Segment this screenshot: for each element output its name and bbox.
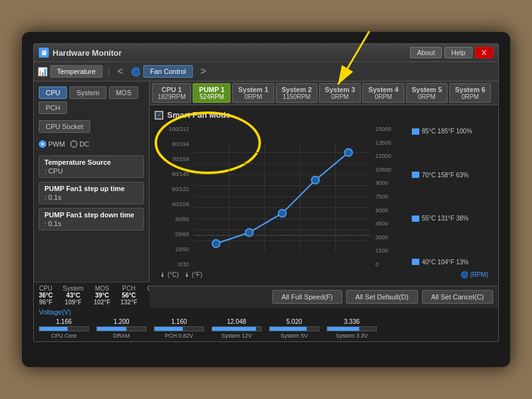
- bottom-buttons: All Full Speed(F) All Set Default(D) All…: [150, 286, 498, 308]
- fan-tab-pump-1[interactable]: PUMP 1524RPM: [193, 83, 230, 103]
- y-label-left: 60/140: [155, 171, 189, 177]
- y-axis-labels: 100/21290/19470/15860/14050/12240/10430/…: [155, 125, 189, 269]
- y-label-left: 10/50: [155, 246, 189, 252]
- voltage-item-system-3.3v: 3.336 System 3.3V: [327, 318, 377, 339]
- dc-label: DC: [79, 140, 90, 148]
- voltage-item-system-5v: 5.020 System 5V: [269, 318, 319, 339]
- tab-temperature[interactable]: Temperature: [50, 65, 103, 78]
- main-content: CPU System MOS PCH CPU Socket PWM DC: [34, 81, 498, 282]
- app-window: 🖥 Hardware Monitor About Help X 📊 Temper…: [33, 43, 499, 342]
- set-cancel-button[interactable]: All Set Cancel(C): [422, 290, 493, 304]
- voltage-item-cpu-core: 1.166 CPU Core: [39, 318, 89, 339]
- nav-right[interactable]: >: [198, 65, 208, 78]
- y-label-right: 6000: [376, 207, 407, 214]
- curve-point-3[interactable]: [279, 209, 286, 217]
- y-label-left: 70/158: [155, 156, 189, 162]
- fan-icon: 🌀: [131, 67, 141, 76]
- toolbar: 📊 Temperature | < 🌀 Fan Control >: [34, 62, 498, 81]
- chart-container: 100/21290/19470/15860/14050/12240/10430/…: [155, 125, 493, 269]
- fan-curve-chart[interactable]: [194, 125, 371, 269]
- pch-btn[interactable]: PCH: [39, 101, 67, 114]
- smart-fan-checkbox[interactable]: ✓: [155, 111, 163, 120]
- smart-fan-header: ✓ Smart Fan Mode: [155, 110, 493, 120]
- curve-point-4[interactable]: [312, 176, 319, 184]
- toolbar-divider: |: [108, 66, 110, 76]
- curve-point-5[interactable]: [345, 148, 352, 156]
- close-button[interactable]: X: [475, 47, 493, 58]
- full-speed-button[interactable]: All Full Speed(F): [272, 290, 342, 304]
- title-bar-buttons: About Help X: [410, 47, 493, 58]
- temp-source-val: : CPU: [44, 167, 138, 175]
- mos-btn[interactable]: MOS: [109, 86, 138, 99]
- y-label-right: 9000: [376, 180, 407, 186]
- y-label-right: 1500: [376, 247, 407, 254]
- set-default-button[interactable]: All Set Default(D): [346, 290, 418, 304]
- y-label-right: 13500: [376, 140, 407, 146]
- pwm-dc-row: PWM DC: [39, 140, 144, 148]
- reading-item-system: System43°C109°F: [63, 285, 83, 306]
- y-label-left: 0/32: [155, 261, 189, 267]
- voltage-label: Voltage(V): [39, 308, 493, 316]
- chart-main: [194, 125, 371, 269]
- pwm-radio[interactable]: PWM: [39, 140, 65, 148]
- temp-source-block: Temperature Source : CPU: [39, 155, 144, 178]
- curve-point-2[interactable]: [245, 229, 253, 236]
- y-label-left: 30/86: [155, 216, 189, 222]
- y-label-left: 40/104: [155, 201, 189, 207]
- y-label-left: 50/122: [155, 186, 189, 192]
- chart-footer: 🌡 (°C) 🌡 (°F) 🌀 (RPM): [155, 269, 493, 281]
- toolbar-section-fan: 🌀 Fan Control: [131, 65, 193, 78]
- reading-item-pch: PCH56°C132°F: [120, 285, 137, 306]
- pump-step-up-label: PUMP Fan1 step up time: [44, 185, 138, 192]
- reading-item-cpu: CPU36°C96°F: [39, 285, 53, 306]
- rpm-icon: 🌀 (RPM): [461, 271, 488, 278]
- dc-radio[interactable]: DC: [70, 140, 90, 148]
- temp-icon: 📊: [38, 67, 48, 76]
- monitor-bezel: 🖥 Hardware Monitor About Help X 📊 Temper…: [22, 32, 510, 367]
- fan-tab-system-2[interactable]: System 21150RPM: [276, 83, 317, 103]
- voltage-item-dram: 1.200 DRAM: [96, 318, 146, 339]
- pump-step-down-val: : 0.1s: [44, 220, 138, 227]
- fan-tab-system-1[interactable]: System 10RPM: [232, 83, 274, 103]
- fan-tab-cpu-1[interactable]: CPU 11829RPM: [152, 83, 191, 103]
- y-label-left: 90/194: [155, 141, 189, 147]
- curve-point-1[interactable]: [212, 240, 220, 247]
- fan-tab-system-3[interactable]: System 30RPM: [319, 83, 361, 103]
- pwm-label: PWM: [48, 140, 65, 148]
- about-button[interactable]: About: [410, 47, 442, 58]
- y-label-right: 4500: [376, 220, 407, 227]
- x-label-celsius: 🌡 (°C) 🌡 (°F): [160, 271, 202, 278]
- title-bar: 🖥 Hardware Monitor About Help X: [34, 44, 498, 62]
- voltage-bars: 1.166 CPU Core 1.200 DRAM 1.160 PCH 0.82…: [39, 318, 493, 339]
- fan-tab-system-4[interactable]: System 40RPM: [362, 83, 404, 103]
- pump-step-up-block: PUMP Fan1 step up time : 0.1s: [39, 182, 144, 204]
- smart-fan-label: Smart Fan Mode: [167, 110, 230, 120]
- voltage-item-system-12v: 12.048 System 12V: [212, 318, 262, 339]
- nav-left[interactable]: <: [115, 65, 125, 78]
- cpu-btn[interactable]: CPU: [39, 86, 67, 99]
- pwm-radio-circle: [39, 140, 46, 148]
- y-label-right: 15000: [376, 126, 407, 132]
- legend-item: 55°C 131°F 38%: [412, 215, 493, 222]
- fan-tab-system-6[interactable]: System 60RPM: [449, 83, 491, 103]
- temp-source-label: Temperature Source: [44, 158, 138, 166]
- voltage-item-pch-0.82v: 1.160 PCH 0.82V: [154, 318, 204, 339]
- pump-step-up-val: : 0.1s: [44, 194, 138, 201]
- fahrenheit-icon: 🌡 (°F): [184, 271, 203, 278]
- celsius-icon: 🌡 (°C): [160, 271, 179, 278]
- fan-tabs-row: CPU 11829RPMPUMP 1524RPMSystem 10RPMSyst…: [150, 81, 498, 105]
- tab-fan-control[interactable]: Fan Control: [143, 65, 193, 78]
- legend-item: 40°C 104°F 13%: [412, 259, 493, 266]
- chart-legend: 85°C 185°F 100%70°C 158°F 63%55°C 131°F …: [412, 125, 493, 269]
- y-label-right: 10500: [376, 167, 407, 173]
- reading-item-mos: MOS39°C102°F: [94, 285, 111, 306]
- legend-item: 70°C 158°F 63%: [412, 172, 493, 179]
- system-btn[interactable]: System: [69, 86, 106, 99]
- fan-tab-system-5[interactable]: System 50RPM: [406, 83, 448, 103]
- cpu-socket-btn[interactable]: CPU Socket: [39, 120, 90, 133]
- app-title: Hardware Monitor: [53, 48, 122, 58]
- right-panel: CPU 11829RPMPUMP 1524RPMSystem 10RPMSyst…: [150, 81, 498, 286]
- y-label-right: 0: [376, 261, 407, 267]
- y-label-right: 12000: [376, 153, 407, 159]
- help-button[interactable]: Help: [444, 47, 473, 58]
